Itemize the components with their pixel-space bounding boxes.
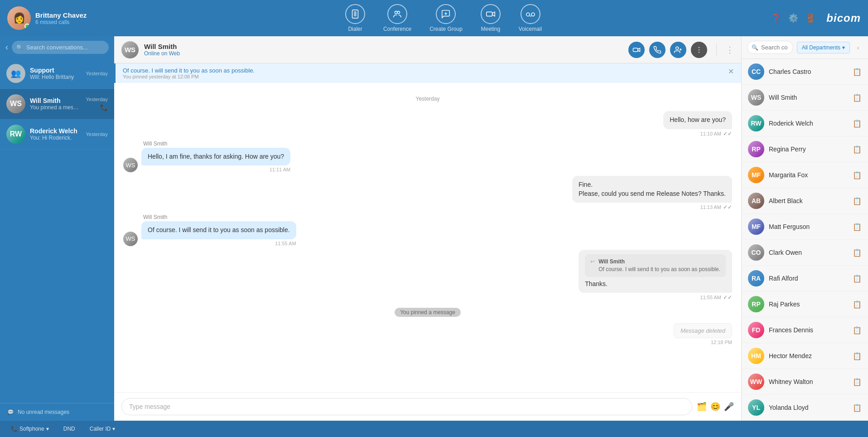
contact-action-icon[interactable]: 📋 (853, 248, 862, 257)
contact-item-charles-castro[interactable]: CC Charles Castro 📋 (742, 59, 868, 85)
message-avatar: WS (123, 232, 138, 246)
contact-item-rafi-alford[interactable]: RA Rafi Alford 📋 (742, 266, 868, 291)
contact-avatar: MF (748, 167, 764, 183)
left-sidebar: ‹ 🔍 ⋮ 👥 Support Will: Hello Brittany Yes… (0, 36, 114, 421)
contact-item-albert-black[interactable]: AB Albert Black 📋 (742, 188, 868, 214)
contact-action-icon[interactable]: 📋 (853, 326, 862, 335)
nav-create-group[interactable]: Create Group (429, 4, 463, 32)
contact-item-whitney-walton[interactable]: WW Whitney Walton 📋 (742, 369, 868, 395)
contact-item-will-smith[interactable]: WS Will Smith 📋 (742, 85, 868, 111)
contact-action-icon[interactable]: 📋 (853, 223, 862, 231)
conv-item-roderick-welch[interactable]: RW Roderick Welch You: Hi Roderick. Yest… (0, 119, 114, 150)
svg-rect-9 (487, 12, 492, 16)
message-bubble: ↩ Will Smith Of course. I will send it t… (579, 250, 732, 293)
contact-action-icon[interactable]: 📋 (853, 68, 862, 76)
user-avatar: 👩 (7, 6, 31, 30)
svg-point-6 (397, 11, 400, 14)
conv-item-support[interactable]: 👥 Support Will: Hello Brittany Yesterday (0, 58, 114, 89)
contact-action-icon[interactable]: 📋 (853, 378, 862, 386)
user-status: 6 missed calls (35, 19, 87, 25)
nav-conference[interactable]: Conference (383, 4, 411, 32)
message-time: 11:55 AM (141, 241, 296, 246)
message-time: 11:55 AM ✓✓ (579, 294, 732, 301)
contact-action-icon[interactable]: 📋 (853, 145, 862, 154)
emoji-icon[interactable]: 😊 (710, 402, 720, 412)
bottom-status-bar: 📞 Softphone ▾ DND Caller ID ▾ (0, 421, 868, 437)
contact-action-icon[interactable]: 📋 (853, 119, 862, 128)
message-time: 11:13 AM ✓✓ (572, 204, 732, 210)
panel-nav-icon[interactable]: › (854, 43, 863, 52)
deleted-message: Message deleted (674, 323, 732, 338)
conversation-list: 👥 Support Will: Hello Brittany Yesterday… (0, 58, 114, 403)
divider (716, 43, 717, 57)
contact-item-roderick-welch[interactable]: RW Roderick Welch 📋 (742, 111, 868, 136)
close-pinned-button[interactable]: ✕ (728, 67, 734, 76)
contact-action-icon[interactable]: 📋 (853, 171, 862, 180)
contact-item-frances-dennis[interactable]: FD Frances Dennis 📋 (742, 317, 868, 343)
contact-action-icon[interactable]: 📋 (853, 300, 862, 309)
message-input[interactable] (121, 398, 692, 415)
contact-avatar: HM (748, 348, 764, 364)
conv-time: Yesterday (86, 71, 108, 76)
voicemail-label: Voicemail (519, 26, 542, 32)
contact-avatar: YL (748, 399, 764, 416)
support-avatar: 👥 (6, 64, 25, 83)
contact-name: Frances Dennis (769, 326, 848, 334)
help-icon[interactable]: ❓ (771, 13, 781, 23)
logout-icon[interactable]: 🚪 (805, 13, 815, 23)
message-bubble: Hello, I am fine, thanks for asking. How… (141, 148, 290, 166)
contact-name: Margarita Fox (769, 171, 848, 179)
conv-item-will-smith[interactable]: WS Will Smith You pinned a message Yeste… (0, 89, 114, 119)
contact-avatar: RW (748, 115, 764, 131)
contact-action-icon[interactable]: 📋 (853, 274, 862, 283)
contact-avatar: CO (748, 244, 764, 261)
nav-dialer[interactable]: Dialer (345, 4, 365, 32)
svg-point-11 (531, 13, 534, 16)
contact-avatar: FD (748, 322, 764, 338)
chat-header: WS Will Smith Online on Web (114, 36, 741, 63)
meeting-label: Meeting (481, 26, 500, 32)
dnd-button[interactable]: DND (60, 424, 79, 434)
contact-action-icon[interactable]: 📋 (853, 197, 862, 205)
conv-time: Yesterday (86, 97, 108, 102)
back-icon[interactable]: ‹ (5, 43, 8, 52)
add-member-button[interactable] (670, 42, 686, 58)
contact-name: Whitney Walton (769, 378, 848, 385)
caller-id-button[interactable]: Caller ID ▾ (86, 424, 119, 434)
contact-name: Rafi Alford (769, 275, 848, 282)
contact-avatar: AB (748, 193, 764, 209)
right-panel: 🔍 All Departments ▾ › CC Charles Castro … (741, 36, 868, 421)
contact-item-raj-parkes[interactable]: RP Raj Parkes 📋 (742, 291, 868, 317)
contact-item-hector-mendez[interactable]: HM Hector Mendez 📋 (742, 343, 868, 369)
user-profile: 👩 Brittany Chavez 6 missed calls (7, 6, 116, 30)
contact-action-icon[interactable]: 📋 (853, 352, 862, 360)
contact-name: Charles Castro (769, 68, 848, 75)
softphone-chevron-icon: ▾ (46, 426, 49, 432)
chat-input-area: 🗂️ 😊 🎤 (114, 392, 741, 421)
video-call-button[interactable] (628, 42, 645, 58)
microphone-icon[interactable]: 🎤 (724, 402, 734, 412)
search-bar: ‹ 🔍 ⋮ (0, 36, 114, 58)
contact-action-icon[interactable]: 📋 (853, 403, 862, 412)
svg-point-10 (526, 13, 529, 16)
nav-meeting[interactable]: Meeting (481, 4, 501, 32)
contact-item-matt-ferguson[interactable]: MF Matt Ferguson 📋 (742, 214, 868, 240)
department-dropdown[interactable]: All Departments ▾ (797, 42, 850, 53)
conv-name: Roderick Welch (30, 127, 81, 135)
dialer-label: Dialer (348, 26, 362, 32)
contact-item-regina-perry[interactable]: RP Regina Perry 📋 (742, 136, 868, 162)
contact-name: Regina Perry (769, 146, 848, 153)
contact-action-icon[interactable]: 📋 (853, 93, 862, 102)
contact-item-clark-owen[interactable]: CO Clark Owen 📋 (742, 240, 868, 266)
attachment-icon[interactable]: 🗂️ (697, 402, 707, 412)
softphone-button[interactable]: 📞 Softphone ▾ (7, 424, 53, 434)
more-chat-options-button[interactable] (691, 42, 707, 58)
search-input[interactable] (12, 41, 109, 54)
contact-item-margarita-fox[interactable]: MF Margarita Fox 📋 (742, 162, 868, 188)
more-options-icon[interactable]: ⋮ (726, 45, 734, 55)
chat-contact-avatar: WS (121, 41, 139, 58)
nav-voicemail[interactable]: Voicemail (519, 4, 542, 32)
settings-icon[interactable]: ⚙️ (788, 13, 798, 23)
audio-call-button[interactable] (649, 42, 665, 58)
contact-item-yolanda-lloyd[interactable]: YL Yolanda Lloyd 📋 (742, 395, 868, 421)
